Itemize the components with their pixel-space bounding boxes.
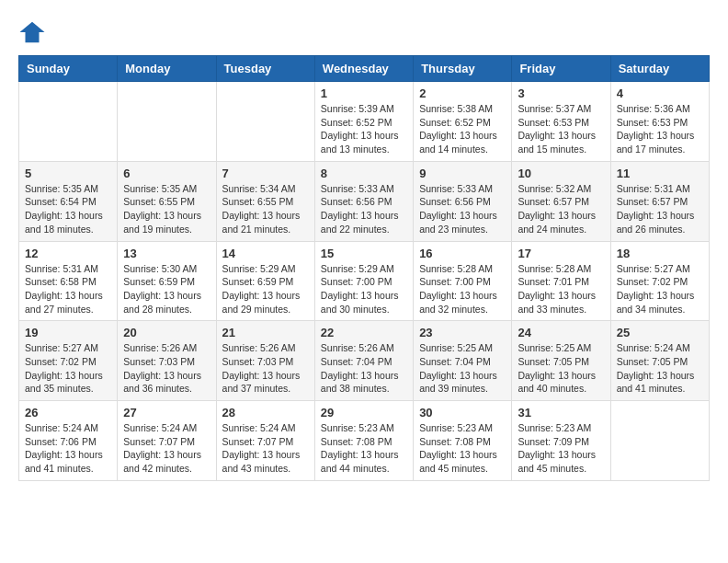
day-info: Sunrise: 5:28 AMSunset: 7:01 PMDaylight:… [518,262,604,316]
calendar-week-row: 1Sunrise: 5:39 AMSunset: 6:52 PMDaylight… [19,82,710,162]
day-info: Sunrise: 5:27 AMSunset: 7:02 PMDaylight:… [617,262,703,316]
day-number: 28 [222,406,309,419]
calendar-cell: 14Sunrise: 5:29 AMSunset: 6:59 PMDayligh… [216,241,314,321]
calendar-cell: 21Sunrise: 5:26 AMSunset: 7:03 PMDayligh… [216,321,314,401]
day-number: 25 [617,326,703,339]
day-info: Sunrise: 5:25 AMSunset: 7:05 PMDaylight:… [518,341,604,396]
calendar-weekday-sunday: Sunday [19,56,118,82]
day-info: Sunrise: 5:26 AMSunset: 7:03 PMDaylight:… [222,341,309,396]
calendar-week-row: 12Sunrise: 5:31 AMSunset: 6:58 PMDayligh… [19,241,710,321]
calendar-cell: 4Sunrise: 5:36 AMSunset: 6:53 PMDaylight… [610,82,709,162]
day-number: 22 [321,326,407,339]
day-info: Sunrise: 5:29 AMSunset: 6:59 PMDaylight:… [222,262,309,316]
day-info: Sunrise: 5:24 AMSunset: 7:07 PMDaylight:… [123,421,210,476]
day-number: 31 [518,406,604,419]
day-info: Sunrise: 5:34 AMSunset: 6:55 PMDaylight:… [222,182,309,236]
calendar-cell: 25Sunrise: 5:24 AMSunset: 7:05 PMDayligh… [610,321,709,401]
day-info: Sunrise: 5:26 AMSunset: 7:03 PMDaylight:… [123,341,210,396]
day-info: Sunrise: 5:36 AMSunset: 6:53 PMDaylight:… [617,102,703,156]
calendar-cell: 5Sunrise: 5:35 AMSunset: 6:54 PMDaylight… [19,161,118,241]
calendar-cell: 19Sunrise: 5:27 AMSunset: 7:02 PMDayligh… [19,321,118,401]
day-info: Sunrise: 5:24 AMSunset: 7:07 PMDaylight:… [222,421,309,476]
day-number: 12 [25,247,111,260]
calendar-cell: 26Sunrise: 5:24 AMSunset: 7:06 PMDayligh… [19,401,118,481]
calendar-cell [216,82,314,162]
day-number: 19 [25,326,111,339]
day-info: Sunrise: 5:38 AMSunset: 6:52 PMDaylight:… [419,102,506,156]
day-info: Sunrise: 5:33 AMSunset: 6:56 PMDaylight:… [321,182,407,236]
calendar-cell: 10Sunrise: 5:32 AMSunset: 6:57 PMDayligh… [512,161,610,241]
calendar-week-row: 26Sunrise: 5:24 AMSunset: 7:06 PMDayligh… [19,401,710,481]
calendar-cell: 11Sunrise: 5:31 AMSunset: 6:57 PMDayligh… [610,161,709,241]
calendar-cell [19,82,118,162]
calendar-weekday-wednesday: Wednesday [314,56,413,82]
calendar-cell: 30Sunrise: 5:23 AMSunset: 7:08 PMDayligh… [414,401,512,481]
day-info: Sunrise: 5:31 AMSunset: 6:57 PMDaylight:… [617,182,703,236]
day-number: 23 [419,326,506,339]
day-number: 11 [617,167,703,180]
day-number: 9 [419,167,506,180]
day-info: Sunrise: 5:32 AMSunset: 6:57 PMDaylight:… [518,182,604,236]
day-info: Sunrise: 5:30 AMSunset: 6:59 PMDaylight:… [123,262,210,316]
calendar-cell: 20Sunrise: 5:26 AMSunset: 7:03 PMDayligh… [118,321,216,401]
page-header [18,18,710,46]
calendar-cell: 7Sunrise: 5:34 AMSunset: 6:55 PMDaylight… [216,161,314,241]
calendar-cell: 29Sunrise: 5:23 AMSunset: 7:08 PMDayligh… [314,401,413,481]
calendar-cell: 6Sunrise: 5:35 AMSunset: 6:55 PMDaylight… [118,161,216,241]
day-number: 2 [419,86,506,100]
calendar-cell: 24Sunrise: 5:25 AMSunset: 7:05 PMDayligh… [512,321,610,401]
calendar-cell: 17Sunrise: 5:28 AMSunset: 7:01 PMDayligh… [512,241,610,321]
calendar-cell: 1Sunrise: 5:39 AMSunset: 6:52 PMDaylight… [314,82,413,162]
day-info: Sunrise: 5:25 AMSunset: 7:04 PMDaylight:… [419,341,506,396]
calendar-cell: 27Sunrise: 5:24 AMSunset: 7:07 PMDayligh… [118,401,216,481]
day-info: Sunrise: 5:35 AMSunset: 6:54 PMDaylight:… [25,182,111,236]
day-info: Sunrise: 5:37 AMSunset: 6:53 PMDaylight:… [518,102,604,156]
day-number: 20 [123,326,210,339]
calendar-cell: 18Sunrise: 5:27 AMSunset: 7:02 PMDayligh… [610,241,709,321]
calendar-cell: 16Sunrise: 5:28 AMSunset: 7:00 PMDayligh… [414,241,512,321]
logo-icon [18,18,46,46]
day-number: 16 [419,247,506,260]
calendar-cell [610,401,709,481]
day-info: Sunrise: 5:24 AMSunset: 7:06 PMDaylight:… [25,421,111,476]
day-number: 10 [518,167,604,180]
day-number: 6 [123,167,210,180]
day-number: 18 [617,247,703,260]
calendar-cell: 31Sunrise: 5:23 AMSunset: 7:09 PMDayligh… [512,401,610,481]
day-number: 3 [518,86,604,100]
calendar-cell [118,82,216,162]
calendar-weekday-saturday: Saturday [610,56,709,82]
day-info: Sunrise: 5:27 AMSunset: 7:02 PMDaylight:… [25,341,111,396]
calendar-cell: 15Sunrise: 5:29 AMSunset: 7:00 PMDayligh… [314,241,413,321]
calendar-week-row: 5Sunrise: 5:35 AMSunset: 6:54 PMDaylight… [19,161,710,241]
calendar-weekday-monday: Monday [118,56,216,82]
day-info: Sunrise: 5:39 AMSunset: 6:52 PMDaylight:… [321,102,407,156]
calendar-weekday-thursday: Thursday [414,56,512,82]
day-number: 24 [518,326,604,339]
calendar-cell: 23Sunrise: 5:25 AMSunset: 7:04 PMDayligh… [414,321,512,401]
day-info: Sunrise: 5:23 AMSunset: 7:08 PMDaylight:… [419,421,506,476]
logo [18,18,50,46]
calendar-header-row: SundayMondayTuesdayWednesdayThursdayFrid… [19,56,710,82]
day-info: Sunrise: 5:28 AMSunset: 7:00 PMDaylight:… [419,262,506,316]
day-number: 29 [321,406,407,419]
day-info: Sunrise: 5:26 AMSunset: 7:04 PMDaylight:… [321,341,407,396]
day-number: 5 [25,167,111,180]
calendar-weekday-friday: Friday [512,56,610,82]
day-number: 15 [321,247,407,260]
day-info: Sunrise: 5:23 AMSunset: 7:09 PMDaylight:… [518,421,604,476]
day-number: 13 [123,247,210,260]
day-number: 17 [518,247,604,260]
calendar-cell: 8Sunrise: 5:33 AMSunset: 6:56 PMDaylight… [314,161,413,241]
calendar-cell: 13Sunrise: 5:30 AMSunset: 6:59 PMDayligh… [118,241,216,321]
day-info: Sunrise: 5:33 AMSunset: 6:56 PMDaylight:… [419,182,506,236]
day-info: Sunrise: 5:31 AMSunset: 6:58 PMDaylight:… [25,262,111,316]
calendar-table: SundayMondayTuesdayWednesdayThursdayFrid… [18,55,710,481]
day-number: 21 [222,326,309,339]
day-info: Sunrise: 5:29 AMSunset: 7:00 PMDaylight:… [321,262,407,316]
calendar-cell: 22Sunrise: 5:26 AMSunset: 7:04 PMDayligh… [314,321,413,401]
calendar-cell: 2Sunrise: 5:38 AMSunset: 6:52 PMDaylight… [414,82,512,162]
day-number: 1 [321,86,407,100]
calendar-cell: 9Sunrise: 5:33 AMSunset: 6:56 PMDaylight… [414,161,512,241]
day-number: 27 [123,406,210,419]
